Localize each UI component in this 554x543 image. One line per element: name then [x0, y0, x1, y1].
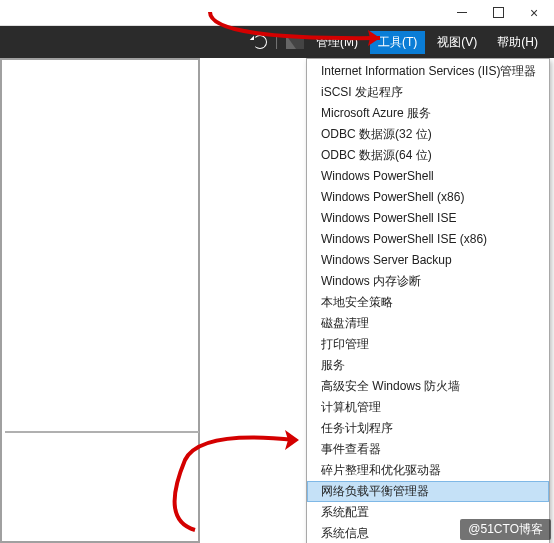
close-button[interactable]: ×: [516, 1, 552, 25]
menu-manage[interactable]: 管理(M): [308, 31, 366, 54]
dropdown-item[interactable]: iSCSI 发起程序: [307, 82, 549, 103]
dropdown-item[interactable]: 服务: [307, 355, 549, 376]
minimize-button[interactable]: [444, 1, 480, 25]
dropdown-item[interactable]: 计算机管理: [307, 397, 549, 418]
watermark: @51CTO博客: [460, 519, 551, 540]
dropdown-item[interactable]: 网络负载平衡管理器: [307, 481, 549, 502]
refresh-icon[interactable]: [253, 35, 267, 49]
dropdown-item[interactable]: 事件查看器: [307, 439, 549, 460]
tools-dropdown-menu: Internet Information Services (IIS)管理器iS…: [306, 58, 550, 543]
dropdown-item[interactable]: ODBC 数据源(32 位): [307, 124, 549, 145]
dropdown-item[interactable]: 打印管理: [307, 334, 549, 355]
dropdown-item[interactable]: Windows PowerShell (x86): [307, 187, 549, 208]
panel-divider: [5, 431, 199, 433]
maximize-button[interactable]: [480, 1, 516, 25]
menu-help[interactable]: 帮助(H): [489, 31, 546, 54]
menu-tools[interactable]: 工具(T): [370, 31, 425, 54]
toolbar-separator: |: [275, 35, 278, 49]
dropdown-item[interactable]: ODBC 数据源(64 位): [307, 145, 549, 166]
dropdown-item[interactable]: Windows 内存诊断: [307, 271, 549, 292]
dropdown-item[interactable]: 磁盘清理: [307, 313, 549, 334]
menu-view[interactable]: 视图(V): [429, 31, 485, 54]
dropdown-item[interactable]: Windows PowerShell ISE (x86): [307, 229, 549, 250]
svg-marker-1: [285, 430, 299, 450]
dropdown-item[interactable]: 本地安全策略: [307, 292, 549, 313]
dropdown-item[interactable]: Windows Server Backup: [307, 250, 549, 271]
left-panel: [0, 58, 200, 543]
dropdown-item[interactable]: 高级安全 Windows 防火墙: [307, 376, 549, 397]
dropdown-item[interactable]: Windows PowerShell: [307, 166, 549, 187]
dropdown-item[interactable]: Internet Information Services (IIS)管理器: [307, 61, 549, 82]
dropdown-item[interactable]: 任务计划程序: [307, 418, 549, 439]
main-toolbar: | 管理(M) 工具(T) 视图(V) 帮助(H): [0, 26, 554, 58]
notifications-flag-icon[interactable]: [286, 35, 304, 49]
dropdown-item[interactable]: Microsoft Azure 服务: [307, 103, 549, 124]
window-titlebar: ×: [0, 0, 554, 26]
dropdown-item[interactable]: 碎片整理和优化驱动器: [307, 460, 549, 481]
dropdown-item[interactable]: Windows PowerShell ISE: [307, 208, 549, 229]
